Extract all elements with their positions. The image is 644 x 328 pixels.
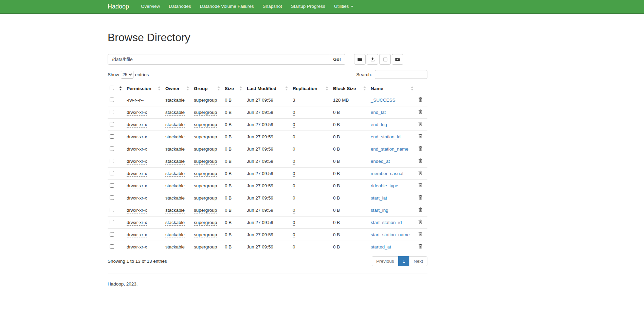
permission-value[interactable]: drwxr-xr-x — [127, 134, 147, 140]
owner-value[interactable]: stackable — [165, 159, 185, 165]
pagination-next[interactable]: Next — [409, 256, 427, 266]
permission-value[interactable]: drwxr-xr-x — [127, 183, 147, 189]
permission-value[interactable]: drwxr-xr-x — [127, 171, 147, 177]
nav-item-snapshot[interactable]: Snapshot — [258, 0, 287, 13]
file-name-link[interactable]: ended_at — [371, 159, 390, 164]
column-header-size[interactable]: Size — [223, 83, 245, 94]
nav-item-overview[interactable]: Overview — [136, 0, 164, 13]
row-checkbox[interactable] — [110, 220, 114, 224]
group-value[interactable]: supergroup — [194, 122, 217, 128]
column-header-group[interactable]: Group — [192, 83, 223, 94]
delete-file-button[interactable] — [418, 232, 423, 237]
owner-value[interactable]: stackable — [165, 122, 185, 128]
group-value[interactable]: supergroup — [194, 244, 217, 250]
row-checkbox[interactable] — [110, 122, 114, 126]
owner-value[interactable]: stackable — [165, 195, 185, 201]
replication-value[interactable]: 0 — [293, 146, 295, 152]
pagination-previous[interactable]: Previous — [372, 256, 399, 266]
group-value[interactable]: supergroup — [194, 146, 217, 152]
permission-value[interactable]: drwxr-xr-x — [127, 220, 147, 226]
owner-value[interactable]: stackable — [165, 232, 185, 238]
column-header-block-size[interactable]: Block Size — [331, 83, 369, 94]
permission-value[interactable]: drwxr-xr-x — [127, 244, 147, 250]
group-value[interactable]: supergroup — [194, 171, 217, 177]
replication-value[interactable]: 0 — [293, 195, 295, 201]
page-length-select[interactable]: 25 — [121, 71, 133, 79]
permission-value[interactable]: drwxr-xr-x — [127, 110, 147, 116]
permission-value[interactable]: drwxr-xr-x — [127, 208, 147, 213]
delete-file-button[interactable] — [418, 158, 423, 163]
file-name-link[interactable]: rideable_type — [371, 183, 398, 188]
delete-file-button[interactable] — [418, 109, 423, 114]
owner-value[interactable]: stackable — [165, 171, 185, 177]
nav-item-utilities[interactable]: Utilities — [330, 0, 358, 13]
row-checkbox[interactable] — [110, 98, 114, 102]
file-name-link[interactable]: end_lat — [371, 110, 386, 115]
nav-item-datanode-volume-failures[interactable]: Datanode Volume Failures — [196, 0, 258, 13]
delete-file-button[interactable] — [418, 244, 423, 249]
permission-value[interactable]: drwxr-xr-x — [127, 195, 147, 201]
owner-value[interactable]: stackable — [165, 98, 185, 103]
group-value[interactable]: supergroup — [194, 134, 217, 140]
upload-file-button[interactable] — [367, 54, 378, 65]
file-name-link[interactable]: end_lng — [371, 122, 387, 127]
delete-file-button[interactable] — [418, 97, 423, 102]
permission-value[interactable]: drwxr-xr-x — [127, 146, 147, 152]
file-name-link[interactable]: start_lng — [371, 208, 388, 213]
go-button[interactable]: Go! — [329, 54, 345, 65]
file-name-link[interactable]: _SUCCESS — [371, 98, 395, 103]
replication-value[interactable]: 0 — [293, 220, 295, 226]
file-name-link[interactable]: end_station_name — [371, 146, 408, 152]
file-name-link[interactable]: member_casual — [371, 171, 403, 176]
owner-value[interactable]: stackable — [165, 134, 185, 140]
row-checkbox[interactable] — [110, 146, 114, 151]
owner-value[interactable]: stackable — [165, 110, 185, 116]
row-checkbox[interactable] — [110, 159, 114, 163]
group-value[interactable]: supergroup — [194, 220, 217, 226]
owner-value[interactable]: stackable — [165, 146, 185, 152]
pagination-page-1[interactable]: 1 — [398, 256, 410, 266]
group-value[interactable]: supergroup — [194, 232, 217, 238]
delete-file-button[interactable] — [418, 122, 423, 126]
row-checkbox[interactable] — [110, 171, 114, 175]
replication-value[interactable]: 0 — [293, 232, 295, 238]
column-header-last-modified[interactable]: Last Modified — [245, 83, 291, 94]
row-checkbox[interactable] — [110, 134, 114, 139]
owner-value[interactable]: stackable — [165, 183, 185, 189]
group-value[interactable]: supergroup — [194, 208, 217, 213]
row-checkbox[interactable] — [110, 195, 114, 200]
delete-file-button[interactable] — [418, 146, 423, 151]
permission-value[interactable]: drwxr-xr-x — [127, 232, 147, 238]
permission-value[interactable]: -rw-r--r-- — [127, 98, 144, 103]
nav-item-datanodes[interactable]: Datanodes — [164, 0, 195, 13]
row-checkbox[interactable] — [110, 244, 114, 249]
group-value[interactable]: supergroup — [194, 195, 217, 201]
group-value[interactable]: supergroup — [194, 159, 217, 165]
delete-file-button[interactable] — [418, 207, 423, 212]
replication-value[interactable]: 0 — [293, 110, 295, 116]
column-header-name[interactable]: Name — [369, 83, 416, 94]
delete-file-button[interactable] — [418, 183, 423, 188]
owner-value[interactable]: stackable — [165, 208, 185, 213]
group-value[interactable]: supergroup — [194, 183, 217, 189]
navbar-brand[interactable]: Hadoop — [108, 0, 129, 13]
row-checkbox[interactable] — [110, 208, 114, 212]
permission-value[interactable]: drwxr-xr-x — [127, 159, 147, 165]
replication-value[interactable]: 0 — [293, 244, 295, 250]
delete-file-button[interactable] — [418, 220, 423, 224]
replication-value[interactable]: 0 — [293, 171, 295, 177]
owner-value[interactable]: stackable — [165, 220, 185, 226]
directory-path-input[interactable] — [108, 54, 329, 65]
column-header-select-all[interactable] — [108, 83, 125, 94]
nav-item-startup-progress[interactable]: Startup Progress — [287, 0, 330, 13]
replication-value[interactable]: 3 — [293, 98, 295, 103]
file-name-link[interactable]: start_station_id — [371, 220, 402, 225]
owner-value[interactable]: stackable — [165, 244, 185, 250]
table-button[interactable] — [379, 54, 391, 65]
delete-file-button[interactable] — [418, 195, 423, 200]
group-value[interactable]: supergroup — [194, 98, 217, 103]
replication-value[interactable]: 0 — [293, 134, 295, 140]
permission-value[interactable]: drwxr-xr-x — [127, 122, 147, 128]
column-header-replication[interactable]: Replication — [291, 83, 331, 94]
column-header-owner[interactable]: Owner — [163, 83, 192, 94]
